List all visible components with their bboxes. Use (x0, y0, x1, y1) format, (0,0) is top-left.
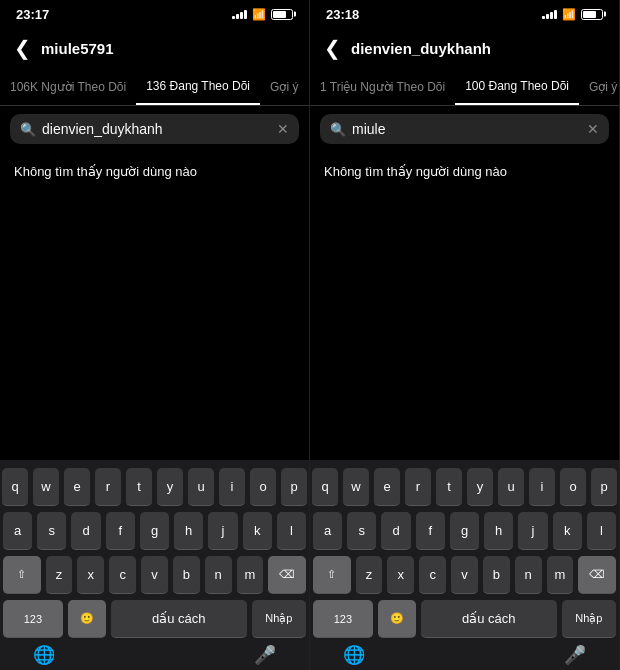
left-key-l[interactable]: l (277, 512, 306, 550)
right-key-row-1: q w e r t y u i o p (313, 468, 616, 506)
right-key-n[interactable]: n (515, 556, 542, 594)
right-key-i[interactable]: i (529, 468, 555, 506)
right-globe-icon[interactable]: 🌐 (343, 644, 365, 666)
left-key-x[interactable]: x (77, 556, 104, 594)
left-tab-followers-count[interactable]: 106K Người Theo Dõi (0, 68, 136, 105)
left-key-i[interactable]: i (219, 468, 245, 506)
left-key-q[interactable]: q (2, 468, 28, 506)
right-tab-following[interactable]: 100 Đang Theo Dõi (455, 68, 579, 105)
right-key-j[interactable]: j (518, 512, 547, 550)
right-key-v[interactable]: v (451, 556, 478, 594)
left-key-o[interactable]: o (250, 468, 276, 506)
right-key-emoji[interactable]: 🙂 (378, 600, 416, 638)
right-key-m[interactable]: m (547, 556, 574, 594)
right-key-shift[interactable]: ⇧ (313, 556, 351, 594)
right-key-a[interactable]: a (313, 512, 342, 550)
left-search-bar[interactable]: 🔍 dienvien_duykhanh ✕ (10, 114, 299, 144)
right-search-bar[interactable]: 🔍 miule ✕ (320, 114, 609, 144)
left-key-t[interactable]: t (126, 468, 152, 506)
left-key-emoji[interactable]: 🙂 (68, 600, 106, 638)
right-content-area (310, 191, 619, 460)
left-key-k[interactable]: k (243, 512, 272, 550)
left-key-a[interactable]: a (3, 512, 32, 550)
right-profile-name: dienvien_duykhanh (351, 40, 491, 57)
left-key-row-4: 123 🙂 dấu cách Nhập (3, 600, 306, 638)
left-key-z[interactable]: z (46, 556, 73, 594)
left-key-g[interactable]: g (140, 512, 169, 550)
right-key-h[interactable]: h (484, 512, 513, 550)
right-key-e[interactable]: e (374, 468, 400, 506)
right-key-k[interactable]: k (553, 512, 582, 550)
left-globe-icon[interactable]: 🌐 (33, 644, 55, 666)
right-mic-icon[interactable]: 🎤 (564, 644, 586, 666)
left-key-c[interactable]: c (109, 556, 136, 594)
left-key-v[interactable]: v (141, 556, 168, 594)
right-status-bar: 23:18 📶 (310, 0, 619, 28)
right-key-row-4: 123 🙂 dấu cách Nhập (313, 600, 616, 638)
right-key-f[interactable]: f (416, 512, 445, 550)
left-key-enter[interactable]: Nhập (252, 600, 306, 638)
left-key-p[interactable]: p (281, 468, 307, 506)
right-key-x[interactable]: x (387, 556, 414, 594)
right-key-u[interactable]: u (498, 468, 524, 506)
right-key-row-2: a s d f g h j k l (313, 512, 616, 550)
left-back-button[interactable]: ❮ (14, 36, 31, 60)
right-tab-followers-count[interactable]: 1 Triệu Người Theo Dõi (310, 68, 455, 105)
right-key-space[interactable]: dấu cách (421, 600, 557, 638)
right-key-p[interactable]: p (591, 468, 617, 506)
right-followers-tabs: 1 Triệu Người Theo Dõi 100 Đang Theo Dõi… (310, 68, 619, 106)
right-key-d[interactable]: d (381, 512, 410, 550)
right-bottom-bar: 🌐 🎤 (313, 644, 616, 666)
left-time: 23:17 (16, 7, 49, 22)
left-mic-icon[interactable]: 🎤 (254, 644, 276, 666)
left-key-w[interactable]: w (33, 468, 59, 506)
right-signal-icon (542, 10, 557, 19)
right-tab-suggestions[interactable]: Gợi ý (579, 68, 619, 105)
left-search-input[interactable]: dienvien_duykhanh (42, 121, 271, 137)
left-signal-icon (232, 10, 247, 19)
right-key-z[interactable]: z (356, 556, 383, 594)
left-key-shift[interactable]: ⇧ (3, 556, 41, 594)
right-key-t[interactable]: t (436, 468, 462, 506)
right-key-123[interactable]: 123 (313, 600, 373, 638)
right-back-button[interactable]: ❮ (324, 36, 341, 60)
right-key-g[interactable]: g (450, 512, 479, 550)
left-key-h[interactable]: h (174, 512, 203, 550)
right-wifi-icon: 📶 (562, 8, 576, 21)
left-key-u[interactable]: u (188, 468, 214, 506)
right-key-l[interactable]: l (587, 512, 616, 550)
left-key-space[interactable]: dấu cách (111, 600, 247, 638)
left-key-backspace[interactable]: ⌫ (268, 556, 306, 594)
left-key-m[interactable]: m (237, 556, 264, 594)
left-key-j[interactable]: j (208, 512, 237, 550)
right-key-y[interactable]: y (467, 468, 493, 506)
right-search-clear-icon[interactable]: ✕ (587, 121, 599, 137)
left-tab-suggestions[interactable]: Gợi ý (260, 68, 308, 105)
right-key-s[interactable]: s (347, 512, 376, 550)
left-key-123[interactable]: 123 (3, 600, 63, 638)
right-key-backspace[interactable]: ⌫ (578, 556, 616, 594)
right-search-bar-wrap: 🔍 miule ✕ (310, 106, 619, 152)
left-search-bar-wrap: 🔍 dienvien_duykhanh ✕ (0, 106, 309, 152)
left-key-d[interactable]: d (71, 512, 100, 550)
right-key-r[interactable]: r (405, 468, 431, 506)
left-tab-following[interactable]: 136 Đang Theo Dõi (136, 68, 260, 105)
right-battery-icon (581, 9, 603, 20)
right-key-enter[interactable]: Nhập (562, 600, 616, 638)
left-key-y[interactable]: y (157, 468, 183, 506)
right-key-c[interactable]: c (419, 556, 446, 594)
right-time: 23:18 (326, 7, 359, 22)
left-search-clear-icon[interactable]: ✕ (277, 121, 289, 137)
right-keyboard: q w e r t y u i o p a s d f g h j k l ⇧ … (310, 460, 619, 670)
left-key-r[interactable]: r (95, 468, 121, 506)
left-key-e[interactable]: e (64, 468, 90, 506)
left-key-b[interactable]: b (173, 556, 200, 594)
right-key-w[interactable]: w (343, 468, 369, 506)
left-key-n[interactable]: n (205, 556, 232, 594)
left-key-s[interactable]: s (37, 512, 66, 550)
right-key-o[interactable]: o (560, 468, 586, 506)
right-key-b[interactable]: b (483, 556, 510, 594)
right-search-input[interactable]: miule (352, 121, 581, 137)
right-key-q[interactable]: q (312, 468, 338, 506)
left-key-f[interactable]: f (106, 512, 135, 550)
